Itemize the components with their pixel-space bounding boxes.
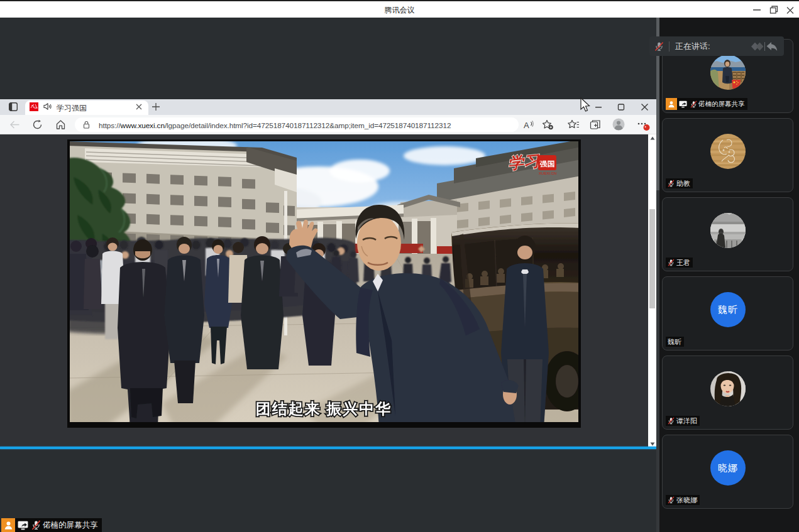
svg-text:团结起来 振兴中华: 团结起来 振兴中华 [256,400,392,417]
svg-text:A: A [524,121,529,130]
svg-text:强国: 强国 [540,160,555,168]
svg-text:XUEXI.CN: XUEXI.CN [539,171,556,175]
svg-text:学习: 学习 [507,152,542,172]
